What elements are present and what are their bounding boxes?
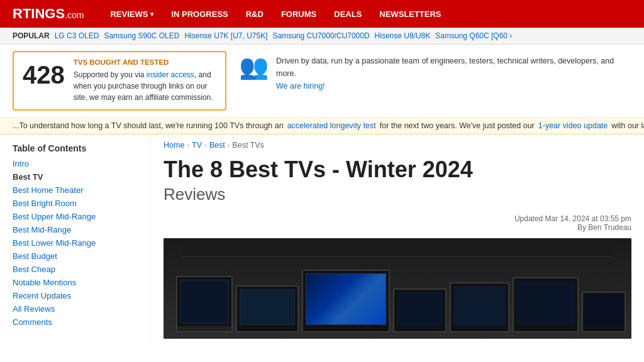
breadcrumb-sep-3: ›	[228, 141, 230, 149]
team-desc: Driven by data, run by a passionate team…	[276, 55, 631, 92]
article-author: By Ben Trudeau	[164, 223, 631, 232]
site-logo[interactable]: RTINGS.com	[13, 6, 84, 22]
updated-date: Updated Mar 14, 2024 at 03:55 pm	[164, 214, 631, 223]
info-banner: ...To understand how long a TV should la…	[0, 118, 644, 134]
breadcrumb-current: Best TVs	[232, 141, 264, 150]
nav-forums[interactable]: FORUMS	[274, 4, 324, 24]
promo-box-tvs-tested: 428 TVS BOUGHT AND TESTED Supported by y…	[13, 51, 226, 111]
main-container: Table of Contents Intro Best TV Best Hom…	[0, 134, 644, 345]
toc-item-budget[interactable]: Best Budget	[13, 250, 138, 263]
toc-item-bright-room[interactable]: Best Bright Room	[13, 197, 138, 210]
toc-item-lower-mid[interactable]: Best Lower Mid-Range	[13, 236, 138, 250]
sidebar: Table of Contents Intro Best TV Best Hom…	[0, 134, 151, 345]
info-text-prefix: ...To understand how long a TV should la…	[13, 121, 284, 130]
toc-item-all-reviews[interactable]: All Reviews	[13, 302, 138, 315]
nav-in-progress[interactable]: IN PROGRESS	[164, 4, 235, 24]
team-icon: 👥	[239, 55, 269, 79]
breadcrumb-tv[interactable]: TV	[192, 141, 202, 150]
toc-item-best-tv[interactable]: Best TV	[13, 170, 138, 184]
toc-item-notable[interactable]: Notable Mentions	[13, 276, 138, 289]
hero-image	[164, 238, 631, 339]
popular-link-samsung-s90c[interactable]: Samsung S90C OLED	[104, 31, 179, 40]
info-text-middle: for the next two years. We've just poste…	[380, 121, 535, 130]
promo-box-team: 👥 Driven by data, run by a passionate te…	[239, 51, 631, 96]
popular-link-hisense-u8[interactable]: Hisense U8/U8K	[375, 31, 431, 40]
breadcrumb-home[interactable]: Home	[164, 141, 184, 150]
popular-link-samsung-cu7000[interactable]: Samsung CU7000/CU7000D	[273, 31, 370, 40]
nav-reviews[interactable]: REVIEWS ▾	[103, 4, 161, 24]
hiring-link[interactable]: We are hiring!	[276, 82, 325, 90]
insider-access-link[interactable]: insider access	[147, 70, 194, 79]
toc-item-mid-range[interactable]: Best Mid-Range	[13, 223, 138, 236]
nav-rd[interactable]: R&D	[238, 4, 271, 24]
toc-title: Table of Contents	[13, 143, 138, 153]
toc-item-upper-mid[interactable]: Best Upper Mid-Range	[13, 210, 138, 223]
nav-deals[interactable]: DEALS	[326, 4, 369, 24]
breadcrumb-sep-2: ›	[204, 141, 207, 149]
popular-bar: POPULAR LG C3 OLED Samsung S90C OLED His…	[0, 28, 644, 45]
video-update-link[interactable]: 1-year video update	[538, 121, 608, 130]
chevron-down-icon: ▾	[150, 11, 153, 18]
toc-item-recent[interactable]: Recent Updates	[13, 289, 138, 302]
toc-item-home-theater[interactable]: Best Home Theater	[13, 184, 138, 197]
content-area: Home › TV › Best › Best TVs The 8 Best T…	[151, 134, 644, 345]
toc-item-cheap[interactable]: Best Cheap	[13, 263, 138, 276]
info-text-suffix: with our latest findings	[611, 121, 644, 130]
breadcrumb: Home › TV › Best › Best TVs	[164, 141, 631, 150]
popular-label: POPULAR	[13, 31, 50, 40]
article-title: The 8 Best TVs - Winter 2024	[164, 157, 631, 182]
tvs-desc: Supported by you via insider access, and…	[74, 69, 216, 103]
tvs-bought-label: TVS BOUGHT AND TESTED	[74, 58, 216, 66]
breadcrumb-sep-1: ›	[187, 141, 189, 149]
main-nav: REVIEWS ▾ IN PROGRESS R&D FORUMS DEALS N…	[103, 4, 631, 24]
nav-newsletters[interactable]: NEWSLETTERS	[372, 4, 448, 24]
popular-link-lg-c3[interactable]: LG C3 OLED	[55, 31, 99, 40]
breadcrumb-best[interactable]: Best	[209, 141, 225, 150]
toc-item-comments[interactable]: Comments	[13, 315, 138, 329]
updated-info: Updated Mar 14, 2024 at 03:55 pm By Ben …	[164, 214, 631, 232]
popular-link-samsung-q60c[interactable]: Samsung Q60C [Q60 ›	[435, 31, 512, 40]
site-header: RTINGS.com REVIEWS ▾ IN PROGRESS R&D FOR…	[0, 0, 644, 28]
article-subtitle: Reviews	[164, 185, 631, 204]
longevity-test-link[interactable]: accelerated longevity test	[287, 121, 376, 130]
toc-item-intro[interactable]: Intro	[13, 157, 138, 170]
tvs-count: 428	[23, 62, 65, 87]
popular-link-hisense-u7k[interactable]: Hisense U7K [U7, U75K]	[184, 31, 267, 40]
